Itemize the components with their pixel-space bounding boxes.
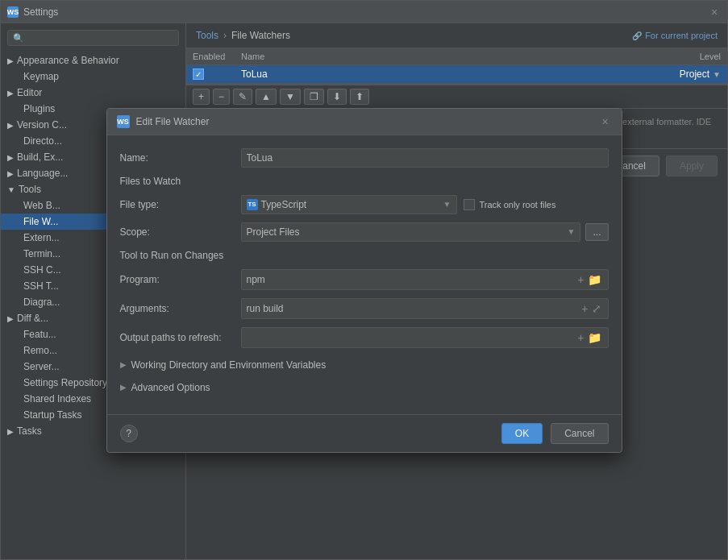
output-paths-folder-button[interactable]: 📁 <box>586 331 603 344</box>
program-label: Program: <box>120 274 241 285</box>
dialog-title-text: Edit File Watcher <box>136 116 210 127</box>
arguments-expand-button[interactable]: ⤢ <box>590 302 603 315</box>
output-paths-label: Output paths to refresh: <box>120 332 241 343</box>
program-row: Program: npm + 📁 <box>120 269 609 290</box>
name-label: Name: <box>120 152 241 164</box>
file-type-value: TypeScript <box>261 199 443 210</box>
working-dir-title: Working Directory and Environment Variab… <box>131 359 327 371</box>
name-field[interactable] <box>241 148 609 168</box>
advanced-options-section[interactable]: ▶ Advanced Options <box>120 379 609 396</box>
name-row: Name: <box>120 148 609 168</box>
arguments-value: run build <box>247 303 580 314</box>
dialog-close-icon[interactable]: × <box>599 115 612 128</box>
program-value: npm <box>247 274 576 285</box>
file-type-dropdown-icon: ▼ <box>443 200 451 209</box>
scope-value: Project Files <box>247 226 568 238</box>
output-paths-add-button[interactable]: + <box>576 331 585 344</box>
scope-label: Scope: <box>120 226 241 238</box>
program-add-button[interactable]: + <box>576 273 585 286</box>
dialog-icon: WS <box>117 115 130 128</box>
typescript-icon: TS <box>247 199 258 210</box>
dialog-cancel-button[interactable]: Cancel <box>551 423 608 444</box>
track-root-label: Track only root files <box>480 200 556 209</box>
program-input-wrapper: npm + 📁 <box>241 269 609 290</box>
arguments-row: Arguments: run build + ⤢ <box>120 298 609 319</box>
file-type-select[interactable]: TS TypeScript ▼ <box>241 195 457 214</box>
arguments-add-button[interactable]: + <box>580 302 589 315</box>
track-root-checkbox-row: Track only root files <box>464 199 609 210</box>
track-root-checkbox[interactable] <box>464 199 475 210</box>
dialog-body: Name: Files to Watch File type: TS TypeS… <box>107 135 622 414</box>
advanced-arrow-icon: ▶ <box>120 383 127 392</box>
scope-row: Scope: Project Files ▼ ... <box>120 222 609 242</box>
scope-dropdown-icon: ▼ <box>568 227 576 236</box>
arguments-input-wrapper: run build + ⤢ <box>241 298 609 319</box>
scope-select[interactable]: Project Files ▼ <box>241 222 581 242</box>
arguments-label: Arguments: <box>120 303 241 314</box>
dialog-ok-button[interactable]: OK <box>501 423 543 444</box>
file-type-row: File type: TS TypeScript ▼ Track only ro… <box>120 195 609 214</box>
files-to-watch-title: Files to Watch <box>120 176 609 187</box>
file-type-label: File type: <box>120 199 241 210</box>
working-dir-section[interactable]: ▶ Working Directory and Environment Vari… <box>120 356 609 374</box>
program-folder-button[interactable]: 📁 <box>586 273 603 286</box>
advanced-title: Advanced Options <box>131 382 210 393</box>
tool-section-title: Tool to Run on Changes <box>120 250 609 261</box>
scope-more-button[interactable]: ... <box>585 223 608 241</box>
dialog-title-left: WS Edit File Watcher <box>117 115 210 128</box>
dialog-footer: ? OK Cancel <box>107 414 622 452</box>
dialog-title-bar: WS Edit File Watcher × <box>107 109 622 135</box>
edit-file-watcher-dialog: WS Edit File Watcher × Name: Files to Wa… <box>106 108 622 453</box>
output-paths-input-wrapper: + 📁 <box>241 327 609 348</box>
working-dir-arrow-icon: ▶ <box>120 360 127 369</box>
output-paths-row: Output paths to refresh: + 📁 <box>120 327 609 348</box>
dialog-overlay: WS Edit File Watcher × Name: Files to Wa… <box>0 0 728 560</box>
help-button[interactable]: ? <box>120 425 138 442</box>
